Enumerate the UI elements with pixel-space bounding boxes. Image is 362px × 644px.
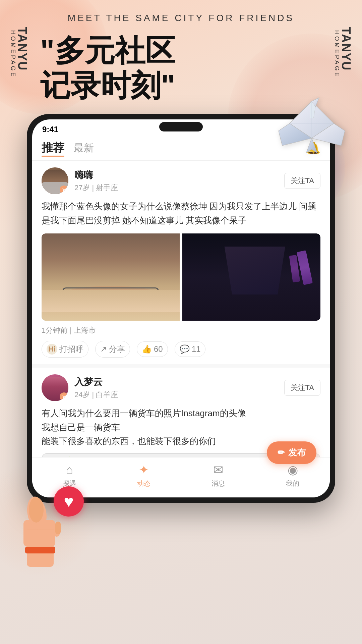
avatar-2[interactable]: V [42, 374, 68, 401]
nav-item-message[interactable]: ✉ 消息 [212, 463, 225, 488]
tab-latest[interactable]: 最新 [74, 141, 94, 155]
status-time: 9:41 [42, 125, 58, 134]
explore-icon: ⌂ [66, 463, 73, 477]
comment-button[interactable]: 💬 11 [175, 341, 206, 357]
svg-rect-14 [55, 522, 61, 534]
avatar-badge-1: V [60, 185, 68, 194]
nav-item-feed[interactable]: ✦ 动态 [137, 463, 150, 488]
publish-icon: ✏ [278, 447, 285, 458]
profile-icon: ◉ [288, 463, 298, 477]
like-button[interactable]: 👍 60 [137, 341, 168, 357]
user-meta-2: 24岁 | 白羊座 [74, 390, 284, 400]
main-headline: "多元社区 记录时刻" [40, 34, 175, 103]
post-actions-1: Hi 打招呼 ↗ 分享 👍 60 💬 11 [42, 341, 320, 358]
user-info-1: 嗨嗨 27岁 | 射手座 [74, 169, 284, 193]
avatar-1[interactable]: V [42, 167, 68, 194]
post-image-right [182, 233, 320, 321]
profile-label: 我的 [286, 479, 299, 488]
svg-rect-9 [25, 547, 55, 553]
user-info-2: 入梦云 24岁 | 白羊座 [74, 376, 284, 400]
avatar-badge-2: V [60, 392, 68, 401]
message-label: 消息 [212, 479, 225, 488]
feed-icon: ✦ [139, 463, 149, 477]
top-tagline: MEET THE SAME CITY FOR FRIENDS [0, 13, 362, 23]
post-header-2: V 入梦云 24岁 | 白羊座 关注TA [42, 374, 320, 401]
username-2[interactable]: 入梦云 [74, 376, 284, 388]
post-card-1: V 嗨嗨 27岁 | 射手座 关注TA 我懂那个蓝色头像的女子为什么说像蔡徐坤 … [32, 161, 330, 368]
post-location-1: 1分钟前 | 上海市 [42, 325, 320, 335]
side-left: TANYU HOMEPAGE [10, 27, 28, 78]
heart-overlay: ♥ [54, 486, 84, 517]
greet-button[interactable]: Hi 打招呼 [42, 341, 88, 358]
phone-screen: 9:41 ▐▐▐▐ 📶 推荐 最新 🔔 V [32, 119, 330, 497]
side-right: TANYU HOMEPAGE [334, 27, 352, 78]
share-button[interactable]: ↗ 分享 [95, 341, 130, 358]
post-images-1 [42, 233, 320, 321]
comment-icon: 💬 [180, 344, 190, 354]
tab-recommended[interactable]: 推荐 [42, 140, 64, 156]
share-icon: ↗ [100, 344, 107, 354]
user-meta-1: 27岁 | 射手座 [74, 183, 284, 193]
post-image-left [42, 233, 180, 321]
svg-marker-3 [306, 138, 317, 153]
nav-item-profile[interactable]: ◉ 我的 [286, 463, 299, 488]
svg-point-12 [29, 497, 44, 523]
post-text-1: 我懂那个蓝色头像的女子为什么说像蔡徐坤 因为我只发了上半边儿 问题是我下面尾巴没… [42, 200, 320, 227]
follow-btn-2[interactable]: 关注TA [284, 380, 320, 396]
phone-mockup: 9:41 ▐▐▐▐ 📶 推荐 最新 🔔 V [27, 114, 335, 503]
greet-icon: Hi [47, 344, 57, 355]
username-1[interactable]: 嗨嗨 [74, 169, 284, 181]
message-icon: ✉ [213, 463, 223, 477]
like-icon: 👍 [142, 344, 152, 354]
phone-notch [159, 122, 203, 131]
origami-crane [275, 94, 349, 168]
post-header-1: V 嗨嗨 27岁 | 射手座 关注TA [42, 167, 320, 194]
publish-button[interactable]: ✏ 发布 [267, 441, 316, 464]
feed-label: 动态 [137, 479, 150, 488]
nav-item-explore[interactable]: ⌂ 探遇 [63, 463, 76, 488]
follow-btn-1[interactable]: 关注TA [284, 173, 320, 189]
